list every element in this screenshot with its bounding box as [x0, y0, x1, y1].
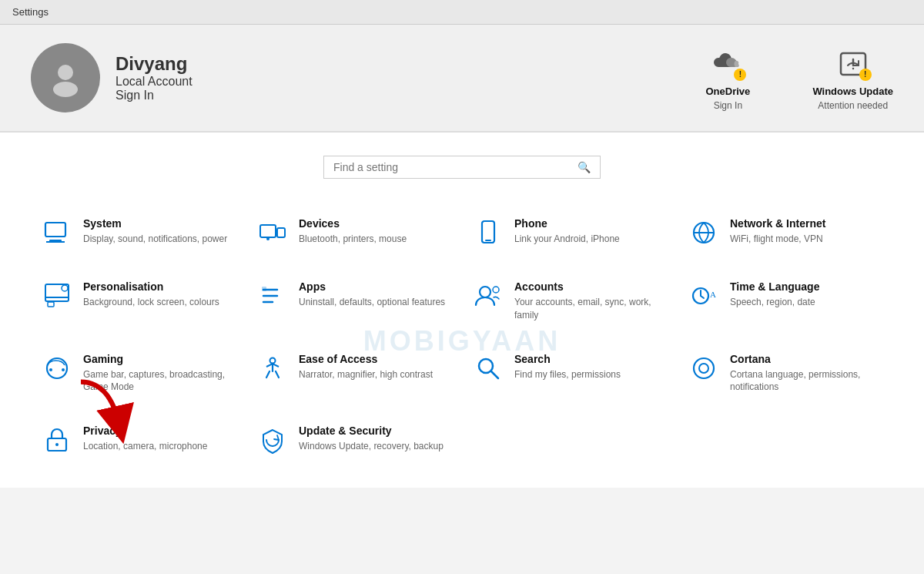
svg-point-1 [53, 82, 78, 97]
gaming-desc: Game bar, captures, broadcasting, Game M… [83, 368, 234, 394]
system-icon [43, 219, 71, 250]
windows-update-icon-wrap: ! [835, 45, 872, 82]
title-bar: Settings [0, 0, 924, 25]
setting-item-devices[interactable]: Devices Bluetooth, printers, mouse [246, 202, 462, 265]
svg-line-29 [491, 371, 498, 378]
apps-title: Apps [299, 280, 445, 293]
time-language-icon: A [690, 282, 718, 313]
network-title: Network & Internet [730, 217, 825, 230]
svg-point-33 [55, 443, 59, 446]
accounts-title: Accounts [514, 280, 665, 293]
setting-item-update-security[interactable]: Update & Security Windows Update, recove… [246, 409, 462, 472]
update-security-desc: Windows Update, recovery, backup [299, 440, 444, 453]
onedrive-icon-wrap: ! [709, 45, 746, 82]
setting-item-privacy[interactable]: Privacy Location, camera, microphone [31, 409, 246, 472]
user-avatar-icon [45, 57, 86, 99]
svg-point-31 [699, 364, 708, 373]
search-input[interactable] [333, 161, 578, 173]
svg-rect-9 [482, 221, 494, 243]
svg-rect-6 [260, 225, 276, 237]
windows-update-sublabel: Attention needed [818, 100, 888, 111]
time-language-desc: Speech, region, date [730, 296, 819, 309]
setting-item-ease-of-access[interactable]: Ease of Access Narrator, magnifier, high… [246, 337, 462, 410]
gaming-title: Gaming [83, 353, 234, 365]
svg-point-25 [62, 368, 65, 371]
phone-title: Phone [514, 217, 620, 230]
search-desc: Find my files, permissions [514, 368, 621, 381]
svg-rect-3 [45, 223, 65, 237]
cortana-icon [690, 354, 718, 385]
privacy-icon [43, 426, 71, 457]
onedrive-label: OneDrive [705, 86, 750, 97]
search-section: 🔍 [0, 133, 924, 194]
ease-of-access-desc: Narrator, magnifier, high contrast [299, 368, 433, 381]
privacy-title: Privacy [83, 425, 207, 437]
setting-item-system[interactable]: System Display, sound, notifications, po… [31, 202, 246, 265]
personalisation-title: Personalisation [83, 280, 219, 293]
search-icon [474, 354, 502, 385]
onedrive-widget[interactable]: ! OneDrive Sign In [689, 45, 766, 111]
apps-icon [259, 282, 286, 313]
setting-item-time-language[interactable]: A Time & Language Speech, region, date [678, 265, 893, 337]
svg-rect-12 [45, 284, 69, 301]
setting-item-cortana[interactable]: Cortana Cortana language, permissions, n… [678, 337, 893, 410]
phone-desc: Link your Android, iPhone [514, 233, 620, 246]
svg-rect-13 [48, 302, 54, 307]
settings-grid: System Display, sound, notifications, po… [0, 194, 924, 488]
svg-point-20 [493, 287, 499, 293]
time-language-title: Time & Language [730, 280, 819, 293]
system-title: System [83, 217, 227, 230]
svg-point-19 [480, 287, 490, 297]
update-security-title: Update & Security [299, 425, 444, 437]
personalisation-desc: Background, lock screen, colours [83, 296, 219, 309]
cortana-desc: Cortana language, permissions, notificat… [730, 368, 881, 394]
phone-icon [474, 219, 502, 250]
onedrive-sublabel: Sign In [714, 100, 742, 111]
svg-point-30 [694, 358, 714, 378]
search-icon: 🔍 [578, 161, 591, 173]
svg-point-14 [62, 285, 68, 291]
devices-desc: Bluetooth, printers, mouse [299, 233, 407, 246]
header-section: Divyang Local Account Sign In ! OneDrive… [0, 25, 924, 133]
windows-update-alert-badge: ! [859, 69, 872, 81]
setting-item-phone[interactable]: Phone Link your Android, iPhone [462, 202, 678, 265]
setting-item-gaming[interactable]: Gaming Game bar, captures, broadcasting,… [31, 337, 246, 410]
setting-item-accounts[interactable]: Accounts Your accounts, email, sync, wor… [462, 265, 678, 337]
settings-container: MOBIGYAAN System Display, sound, notific… [0, 194, 924, 488]
search-box: 🔍 [323, 156, 601, 179]
avatar [31, 43, 100, 112]
setting-item-apps[interactable]: Apps Uninstall, defaults, optional featu… [246, 265, 462, 337]
setting-item-network[interactable]: Network & Internet WiFi, flight mode, VP… [678, 202, 893, 265]
network-icon [690, 219, 718, 250]
gaming-icon [43, 354, 71, 385]
devices-title: Devices [299, 217, 407, 230]
cortana-title: Cortana [730, 353, 881, 365]
header-widgets: ! OneDrive Sign In ! Windows Update Atte… [689, 45, 893, 111]
svg-text:A: A [710, 290, 716, 299]
devices-icon [259, 219, 286, 250]
svg-point-23 [47, 358, 67, 378]
title-label: Settings [12, 6, 49, 18]
personalisation-icon [43, 282, 71, 313]
svg-point-24 [49, 368, 52, 371]
ease-of-access-icon [259, 354, 286, 385]
svg-point-26 [270, 357, 276, 363]
user-details: Divyang Local Account Sign In [116, 53, 192, 102]
apps-desc: Uninstall, defaults, optional features [299, 296, 445, 309]
privacy-desc: Location, camera, microphone [83, 440, 207, 453]
account-type: Local Account [116, 75, 192, 89]
network-desc: WiFi, flight mode, VPN [730, 233, 825, 246]
svg-rect-18 [262, 287, 266, 291]
svg-point-0 [58, 65, 73, 80]
svg-rect-7 [277, 228, 285, 237]
accounts-icon [474, 282, 502, 313]
sign-in-link[interactable]: Sign In [116, 89, 154, 102]
onedrive-alert-badge: ! [734, 69, 746, 81]
system-desc: Display, sound, notifications, power [83, 233, 227, 246]
ease-of-access-title: Ease of Access [299, 353, 433, 365]
svg-point-8 [266, 237, 270, 240]
user-name: Divyang [116, 53, 192, 75]
windows-update-widget[interactable]: ! Windows Update Attention needed [812, 45, 893, 111]
setting-item-search[interactable]: Search Find my files, permissions [462, 337, 678, 410]
setting-item-personalisation[interactable]: Personalisation Background, lock screen,… [31, 265, 246, 337]
